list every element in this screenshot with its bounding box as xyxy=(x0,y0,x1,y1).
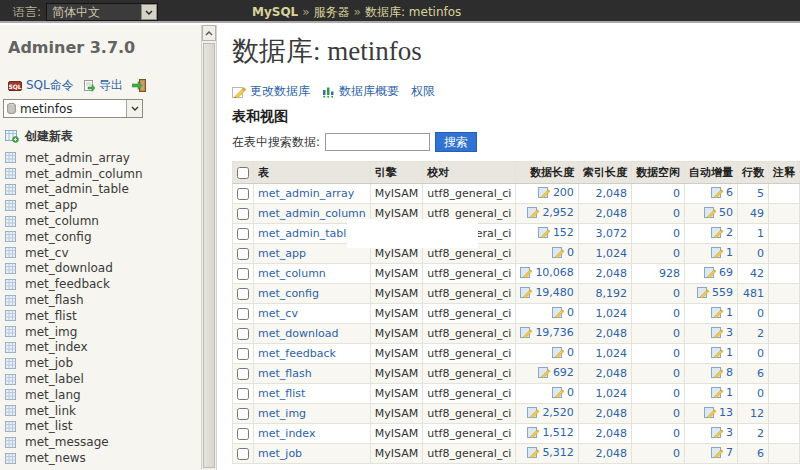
index-length-link[interactable]: 2,048 xyxy=(595,267,627,280)
breadcrumb-mysql[interactable]: MySQL xyxy=(252,5,298,19)
breadcrumb-server[interactable]: 服务器 xyxy=(314,5,350,19)
data-length-link[interactable]: 0 xyxy=(552,306,574,319)
data-free-link[interactable]: 0 xyxy=(673,447,680,460)
sidebar-item-met_app[interactable]: met_app xyxy=(5,197,195,213)
auto-increment-link[interactable]: 7 xyxy=(711,446,733,459)
export-link[interactable]: 导出 xyxy=(83,77,123,94)
data-length-link[interactable]: 0 xyxy=(552,246,574,259)
table-name-link[interactable]: met_column xyxy=(258,267,326,280)
sidebar-item-met_label[interactable]: met_label xyxy=(5,371,195,387)
index-length-link[interactable]: 2,048 xyxy=(595,447,627,460)
table-name-link[interactable]: met_admin_array xyxy=(258,187,354,200)
rows-link[interactable]: 0 xyxy=(757,347,764,360)
table-name-link[interactable]: met_admin_table xyxy=(258,227,353,240)
rows-link[interactable]: 6 xyxy=(757,367,764,380)
table-name-link[interactable]: met_app xyxy=(258,247,306,260)
sidebar-item-met_cv[interactable]: met_cv xyxy=(5,245,195,261)
data-free-link[interactable]: 0 xyxy=(673,207,680,220)
data-free-link[interactable]: 0 xyxy=(673,247,680,260)
row-checkbox[interactable] xyxy=(237,408,249,420)
rows-link[interactable]: 2 xyxy=(757,427,764,440)
sidebar-table-link[interactable]: met_admin_table xyxy=(25,182,129,196)
search-input[interactable] xyxy=(325,133,430,151)
rows-link[interactable]: 0 xyxy=(757,247,764,260)
scroll-up-icon[interactable] xyxy=(202,25,216,41)
index-length-link[interactable]: 2,048 xyxy=(595,407,627,420)
auto-increment-link[interactable]: 13 xyxy=(704,406,733,419)
rows-link[interactable]: 1 xyxy=(757,227,764,240)
sidebar-table-link[interactable]: met_flash xyxy=(25,293,84,307)
auto-increment-link[interactable]: 3 xyxy=(711,326,733,339)
row-checkbox[interactable] xyxy=(237,348,249,360)
rows-link[interactable]: 481 xyxy=(743,287,764,300)
sidebar-table-link[interactable]: met_img xyxy=(25,325,77,339)
auto-increment-link[interactable]: 69 xyxy=(704,266,733,279)
scrollbar-thumb[interactable] xyxy=(203,43,215,468)
data-free-link[interactable]: 0 xyxy=(673,187,680,200)
data-length-link[interactable]: 19,736 xyxy=(520,326,574,339)
alter-database-link[interactable]: 更改数据库 xyxy=(232,83,310,100)
database-schema-link[interactable]: 数据库概要 xyxy=(322,83,399,100)
sidebar-table-link[interactable]: met_feedback xyxy=(25,277,110,291)
sidebar-table-link[interactable]: met_config xyxy=(25,230,92,244)
index-length-link[interactable]: 2,048 xyxy=(595,187,627,200)
auto-increment-link[interactable]: 559 xyxy=(697,286,733,299)
index-length-link[interactable]: 2,048 xyxy=(595,207,627,220)
sidebar-table-link[interactable]: met_message xyxy=(25,435,109,449)
data-free-link[interactable]: 0 xyxy=(673,427,680,440)
data-free-link[interactable]: 0 xyxy=(673,287,680,300)
data-free-link[interactable]: 0 xyxy=(673,307,680,320)
sidebar-item-met_flash[interactable]: met_flash xyxy=(5,292,195,308)
sidebar-item-met_admin_table[interactable]: met_admin_table xyxy=(5,182,195,198)
auto-increment-link[interactable]: 2 xyxy=(711,226,733,239)
index-length-link[interactable]: 2,048 xyxy=(595,327,627,340)
auto-increment-link[interactable]: 1 xyxy=(711,306,733,319)
sidebar-item-met_flist[interactable]: met_flist xyxy=(5,308,195,324)
index-length-link[interactable]: 1,024 xyxy=(595,387,627,400)
sidebar-scrollbar[interactable] xyxy=(201,25,217,470)
row-checkbox[interactable] xyxy=(237,228,249,240)
row-checkbox[interactable] xyxy=(237,448,249,460)
row-checkbox[interactable] xyxy=(237,328,249,340)
data-length-link[interactable]: 10,068 xyxy=(520,266,574,279)
table-name-link[interactable]: met_feedback xyxy=(258,347,336,360)
data-length-link[interactable]: 0 xyxy=(552,386,574,399)
sidebar-item-met_column[interactable]: met_column xyxy=(5,213,195,229)
sidebar-table-link[interactable]: met_column xyxy=(25,214,99,228)
search-button[interactable]: 搜索 xyxy=(435,132,477,152)
row-checkbox[interactable] xyxy=(237,368,249,380)
privileges-link[interactable]: 权限 xyxy=(411,83,435,100)
auto-increment-link[interactable]: 8 xyxy=(711,366,733,379)
sidebar-item-met_list[interactable]: met_list xyxy=(5,419,195,435)
index-length-link[interactable]: 1,024 xyxy=(595,307,627,320)
row-checkbox[interactable] xyxy=(237,288,249,300)
sidebar-table-link[interactable]: met_app xyxy=(25,198,77,212)
sidebar-table-link[interactable]: met_lang xyxy=(25,388,81,402)
table-name-link[interactable]: met_cv xyxy=(258,307,298,320)
rows-link[interactable]: 42 xyxy=(750,267,764,280)
database-select[interactable]: metinfos xyxy=(3,99,143,118)
row-checkbox[interactable] xyxy=(237,388,249,400)
data-length-link[interactable]: 2,952 xyxy=(527,206,574,219)
table-name-link[interactable]: met_img xyxy=(258,407,306,420)
data-length-link[interactable]: 2,520 xyxy=(527,406,574,419)
sidebar-item-met_job[interactable]: met_job xyxy=(5,355,195,371)
sidebar-table-link[interactable]: met_admin_column xyxy=(25,167,143,181)
index-length-link[interactable]: 2,048 xyxy=(595,427,627,440)
rows-link[interactable]: 0 xyxy=(757,307,764,320)
data-length-link[interactable]: 692 xyxy=(538,366,574,379)
sidebar-item-met_lang[interactable]: met_lang xyxy=(5,387,195,403)
sidebar-item-met_index[interactable]: met_index xyxy=(5,340,195,356)
sql-command-link[interactable]: SQL SQL命令 xyxy=(8,77,74,94)
sidebar-item-met_img[interactable]: met_img xyxy=(5,324,195,340)
table-name-link[interactable]: met_flash xyxy=(258,367,312,380)
auto-increment-link[interactable]: 1 xyxy=(711,346,733,359)
sidebar-table-link[interactable]: met_index xyxy=(25,340,88,354)
sidebar-table-link[interactable]: met_admin_array xyxy=(25,151,130,165)
sidebar-table-link[interactable]: met_link xyxy=(25,404,76,418)
rows-link[interactable]: 6 xyxy=(757,447,764,460)
row-checkbox[interactable] xyxy=(237,308,249,320)
data-free-link[interactable]: 0 xyxy=(673,367,680,380)
row-checkbox[interactable] xyxy=(237,428,249,440)
table-name-link[interactable]: met_job xyxy=(258,447,302,460)
